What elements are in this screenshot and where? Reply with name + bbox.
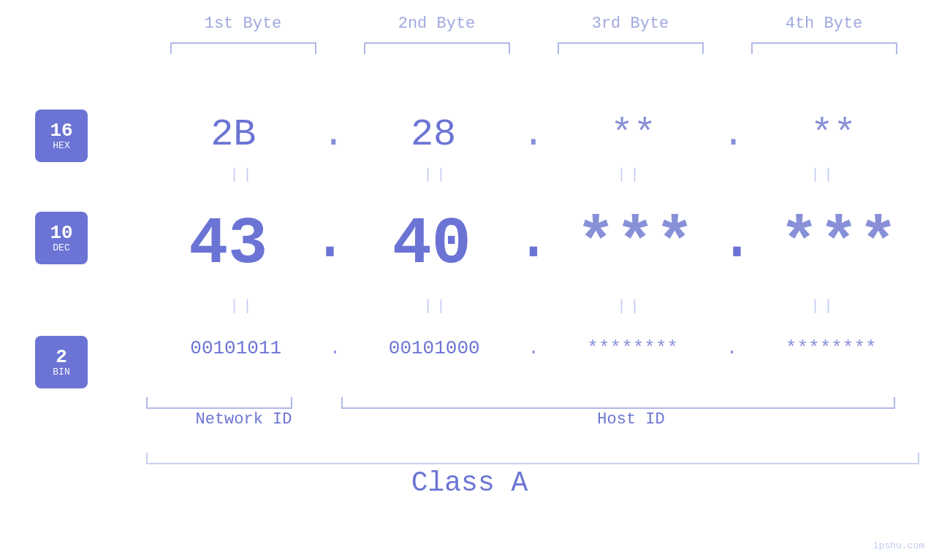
byte2-header: 2nd Byte — [351, 15, 522, 33]
bin-dot-2: . — [528, 337, 539, 359]
sep-dec-4: || — [738, 298, 910, 315]
sep-hex-2: || — [351, 166, 522, 183]
top-bracket-1 — [170, 42, 316, 54]
byte3-header: 3rd Byte — [544, 15, 716, 33]
bin-b4: ******** — [745, 337, 917, 359]
page-container: 1st Byte 2nd Byte 3rd Byte 4th Byte 16 H… — [0, 0, 939, 560]
dec-dot-2: . — [514, 206, 553, 277]
byte4-header: 4th Byte — [738, 15, 910, 33]
dec-b4: *** — [757, 212, 921, 277]
badge-bin: 2 BIN — [35, 336, 88, 388]
top-bracket-3 — [558, 42, 704, 54]
watermark: ipshu.com — [873, 540, 924, 551]
hex-dot-3: . — [722, 113, 745, 156]
badge-dec-number: 10 — [50, 223, 72, 242]
hex-b2: 28 — [348, 113, 520, 156]
badge-hex-label: HEX — [53, 140, 69, 151]
badge-dec: 10 DEC — [35, 212, 88, 264]
bin-dot-1: . — [330, 337, 341, 359]
bin-dot-3: . — [726, 337, 738, 359]
hex-dot-2: . — [522, 113, 544, 156]
badge-hex-number: 16 — [50, 121, 72, 140]
sep-dec-2: || — [351, 298, 522, 315]
hex-b4: ** — [748, 113, 919, 156]
sep-hex-3: || — [544, 166, 716, 183]
badge-hex: 16 HEX — [35, 110, 88, 162]
dec-b3: *** — [553, 212, 717, 277]
top-bracket-2 — [364, 42, 510, 54]
badge-bin-label: BIN — [53, 367, 69, 377]
network-id-label: Network ID — [146, 410, 341, 429]
dec-b2: 40 — [350, 212, 514, 277]
hex-dot-1: . — [322, 113, 345, 156]
sep-dec-3: || — [544, 298, 716, 315]
bin-b3: ******** — [547, 337, 718, 359]
bottom-large-bracket — [146, 453, 919, 464]
badge-bin-number: 2 — [56, 348, 67, 367]
bin-b2: 00101000 — [349, 337, 520, 359]
bottom-bracket-network — [146, 397, 292, 409]
bottom-bracket-host — [341, 397, 895, 409]
byte1-header: 1st Byte — [157, 15, 329, 33]
bin-b1: 00101011 — [150, 337, 322, 359]
host-id-label: Host ID — [341, 410, 895, 429]
hex-b1: 2B — [148, 113, 319, 156]
class-label: Class A — [0, 467, 939, 499]
sep-hex-4: || — [738, 166, 910, 183]
badge-dec-label: DEC — [53, 242, 69, 253]
hex-b3: ** — [547, 113, 719, 156]
dec-dot-3: . — [717, 206, 756, 277]
dec-b1: 43 — [146, 212, 310, 277]
sep-dec-1: || — [157, 298, 329, 315]
top-bracket-4 — [751, 42, 897, 54]
dec-dot-1: . — [310, 206, 349, 277]
sep-hex-1: || — [157, 166, 329, 183]
